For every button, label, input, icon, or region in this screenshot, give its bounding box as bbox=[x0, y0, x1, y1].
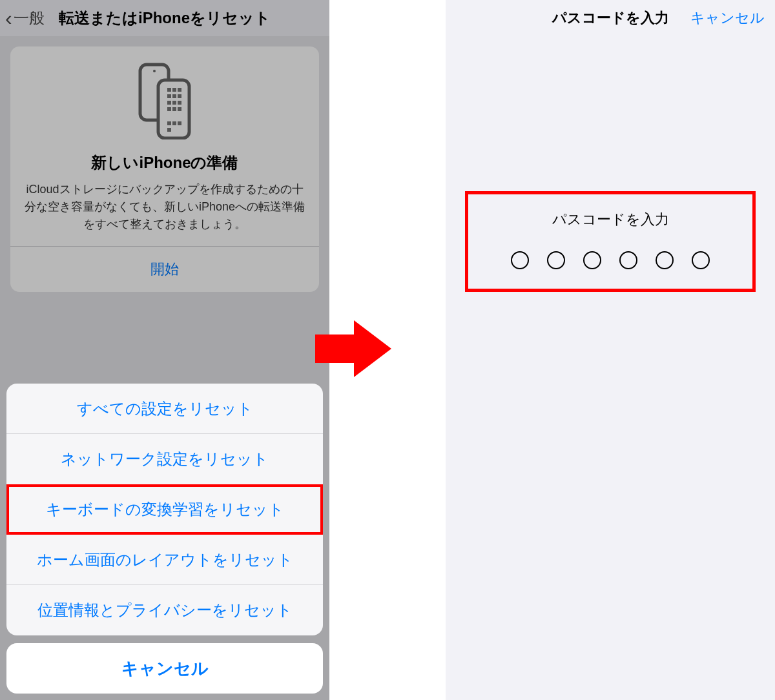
svg-rect-11 bbox=[178, 101, 181, 105]
option-reset-location-privacy[interactable]: 位置情報とプライバシーをリセット bbox=[6, 585, 323, 635]
option-reset-network[interactable]: ネットワーク設定をリセット bbox=[6, 434, 323, 484]
back-label: 一般 bbox=[14, 8, 45, 28]
options-group: すべての設定をリセット ネットワーク設定をリセット キーボードの変換学習をリセッ… bbox=[6, 384, 323, 635]
start-button[interactable]: 開始 bbox=[10, 247, 319, 292]
svg-rect-9 bbox=[167, 101, 171, 105]
prepare-iphone-card: 新しいiPhoneの準備 iCloudストレージにバックアップを作成するための十… bbox=[10, 46, 319, 292]
svg-point-1 bbox=[153, 70, 156, 72]
svg-rect-14 bbox=[178, 107, 181, 111]
passcode-dot-4 bbox=[619, 251, 637, 269]
svg-marker-19 bbox=[315, 320, 391, 377]
passcode-dots[interactable] bbox=[481, 251, 739, 269]
svg-rect-16 bbox=[172, 121, 176, 125]
passcode-entry: パスコードを入力 bbox=[465, 191, 756, 292]
chevron-left-icon: ‹ bbox=[5, 8, 12, 28]
nav-bar: パスコードを入力 キャンセル bbox=[446, 0, 775, 36]
nav-bar: ‹ 一般 転送またはiPhoneをリセット bbox=[0, 0, 329, 36]
passcode-dot-5 bbox=[656, 251, 674, 269]
svg-rect-18 bbox=[167, 128, 171, 132]
svg-rect-4 bbox=[172, 88, 176, 92]
passcode-prompt: パスコードを入力 bbox=[481, 210, 739, 229]
svg-rect-13 bbox=[172, 107, 176, 111]
left-screen: ‹ 一般 転送またはiPhoneをリセット bbox=[0, 0, 329, 700]
nav-title: パスコードを入力 bbox=[552, 8, 669, 28]
action-sheet-cancel[interactable]: キャンセル bbox=[6, 643, 323, 694]
action-sheet: すべての設定をリセット ネットワーク設定をリセット キーボードの変換学習をリセッ… bbox=[6, 384, 323, 694]
svg-rect-3 bbox=[167, 88, 171, 92]
card-title: 新しいiPhoneの準備 bbox=[22, 152, 307, 173]
option-reset-keyboard-dictionary[interactable]: キーボードの変換学習をリセット bbox=[6, 484, 323, 535]
arrow-icon bbox=[315, 316, 393, 381]
svg-rect-15 bbox=[167, 121, 171, 125]
cancel-group: キャンセル bbox=[6, 643, 323, 694]
svg-rect-5 bbox=[178, 88, 181, 92]
passcode-dot-2 bbox=[547, 251, 565, 269]
cancel-button[interactable]: キャンセル bbox=[690, 8, 765, 28]
svg-rect-12 bbox=[167, 107, 171, 111]
svg-rect-6 bbox=[167, 94, 171, 98]
card-description: iCloudストレージにバックアップを作成するための十分な空き容量がなくても、新… bbox=[22, 181, 307, 233]
option-reset-home-layout[interactable]: ホーム画面のレイアウトをリセット bbox=[6, 535, 323, 585]
back-button[interactable]: ‹ 一般 bbox=[0, 8, 45, 28]
card-body: 新しいiPhoneの準備 iCloudストレージにバックアップを作成するための十… bbox=[10, 46, 319, 246]
svg-rect-17 bbox=[178, 121, 181, 125]
passcode-dot-1 bbox=[511, 251, 529, 269]
nav-title: 転送またはiPhoneをリセット bbox=[0, 8, 329, 28]
option-reset-all-settings[interactable]: すべての設定をリセット bbox=[6, 384, 323, 434]
passcode-dot-6 bbox=[692, 251, 710, 269]
right-screen: パスコードを入力 キャンセル パスコードを入力 bbox=[446, 0, 775, 700]
svg-rect-7 bbox=[172, 94, 176, 98]
passcode-dot-3 bbox=[583, 251, 601, 269]
transfer-icon bbox=[22, 62, 307, 139]
svg-rect-8 bbox=[178, 94, 181, 98]
svg-rect-10 bbox=[172, 101, 176, 105]
